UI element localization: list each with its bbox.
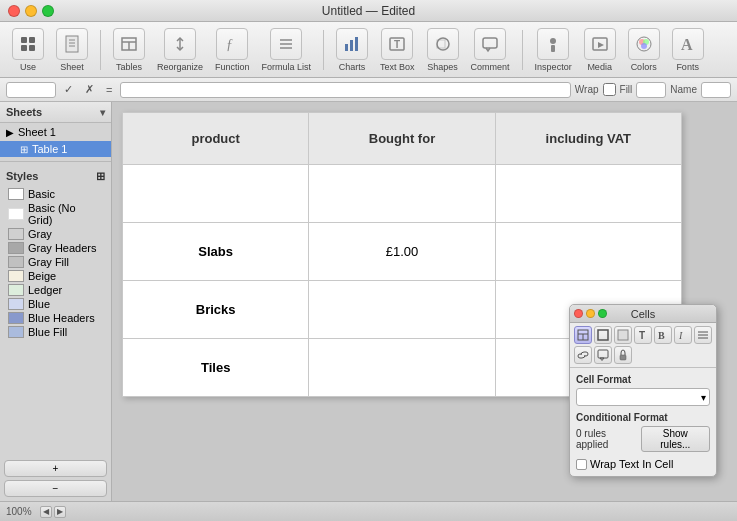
toolbar-function[interactable]: ƒ Function [215, 28, 250, 72]
cells-tool-bold[interactable]: B [654, 326, 672, 344]
style-blue[interactable]: Blue [6, 297, 105, 311]
sidebar-divider [0, 161, 111, 162]
style-basic-no-grid[interactable]: Basic (No Grid) [6, 201, 105, 227]
zoom-level: 100% [6, 506, 32, 517]
toolbar-reorganize[interactable]: Reorganize [157, 28, 203, 72]
cells-tool-border[interactable] [594, 326, 612, 344]
style-blue-headers-label: Blue Headers [28, 312, 95, 324]
sidebar-item-sheet1[interactable]: ▶ Sheet 1 [0, 123, 111, 141]
svg-point-31 [641, 43, 647, 49]
toolbar-charts[interactable]: Charts [336, 28, 368, 72]
formula-check-btn[interactable]: ✓ [60, 83, 77, 96]
toolbar-text-box[interactable]: T Text Box [380, 28, 415, 72]
svg-marker-27 [598, 42, 604, 48]
show-rules-button[interactable]: Show rules... [641, 426, 710, 452]
cell-row1-bought[interactable]: £1.00 [309, 223, 495, 281]
shapes-label: Shapes [427, 62, 458, 72]
svg-rect-46 [620, 355, 626, 360]
style-ledger[interactable]: Ledger [6, 283, 105, 297]
cells-panel-max-btn[interactable] [598, 309, 607, 318]
style-gray-fill-swatch [8, 256, 24, 268]
window-controls [8, 5, 54, 17]
cell-row3-product[interactable]: Tiles [123, 339, 309, 397]
cell-row1-vat[interactable] [495, 223, 681, 281]
style-basic-no-grid-label: Basic (No Grid) [28, 202, 103, 226]
wrap-checkbox[interactable] [603, 83, 616, 96]
cell-format-dropdown[interactable]: ▾ [576, 388, 710, 406]
cell-row0-bought[interactable] [309, 165, 495, 223]
toolbar-tables[interactable]: Tables [113, 28, 145, 72]
style-basic-label: Basic [28, 188, 55, 200]
cell-row2-bought[interactable] [309, 281, 495, 339]
styles-scroll[interactable]: ⊞ [96, 170, 105, 183]
svg-text:B: B [658, 330, 665, 341]
close-button[interactable] [8, 5, 20, 17]
style-gray-fill[interactable]: Gray Fill [6, 255, 105, 269]
cells-panel-close-btn[interactable] [574, 309, 583, 318]
wrap-text-checkbox[interactable] [576, 459, 587, 470]
style-blue-swatch [8, 298, 24, 310]
minimize-button[interactable] [25, 5, 37, 17]
nav-next-btn[interactable]: ▶ [54, 506, 66, 518]
cells-tool-align[interactable] [694, 326, 712, 344]
svg-text:T: T [394, 39, 400, 50]
cell-row0-product[interactable] [123, 165, 309, 223]
header-product[interactable]: product [123, 113, 309, 165]
cell-row0-vat[interactable] [495, 165, 681, 223]
formula-input[interactable] [120, 82, 570, 98]
header-vat[interactable]: including VAT [495, 113, 681, 165]
header-bought[interactable]: Bought for [309, 113, 495, 165]
table-header-row: product Bought for including VAT [123, 113, 682, 165]
name-input[interactable] [701, 82, 731, 98]
colors-icon [628, 28, 660, 60]
wrap-text-label: Wrap Text In Cell [590, 458, 673, 470]
cells-tool-link[interactable] [574, 346, 592, 364]
style-beige[interactable]: Beige [6, 269, 105, 283]
toolbar-media[interactable]: Media [584, 28, 616, 72]
charts-label: Charts [339, 62, 366, 72]
sheet-area[interactable]: product Bought for including VAT [112, 102, 737, 501]
style-gray[interactable]: Gray [6, 227, 105, 241]
style-gray-headers[interactable]: Gray Headers [6, 241, 105, 255]
use-label: Use [20, 62, 36, 72]
cells-tool-lock[interactable] [614, 346, 632, 364]
add-style-button[interactable]: + [4, 460, 107, 477]
toolbar-shapes[interactable]: Shapes [427, 28, 459, 72]
cell-row2-product[interactable]: Bricks [123, 281, 309, 339]
cells-tool-table[interactable] [574, 326, 592, 344]
conditional-rules-row: 0 rules applied Show rules... [576, 426, 710, 452]
svg-rect-37 [618, 330, 628, 340]
style-blue-fill[interactable]: Blue Fill [6, 325, 105, 339]
reorganize-icon [164, 28, 196, 60]
toolbar-sep-1 [100, 30, 101, 70]
remove-style-button[interactable]: − [4, 480, 107, 497]
cells-tool-comment[interactable] [594, 346, 612, 364]
fill-input[interactable] [636, 82, 666, 98]
toolbar-inspector[interactable]: Inspector [535, 28, 572, 72]
cells-panel-min-btn[interactable] [586, 309, 595, 318]
toolbar-fonts[interactable]: A Fonts [672, 28, 704, 72]
style-basic[interactable]: Basic [6, 187, 105, 201]
cell-row1-product[interactable]: Slabs [123, 223, 309, 281]
style-blue-label: Blue [28, 298, 50, 310]
toolbar-use[interactable]: Use [12, 28, 44, 72]
maximize-button[interactable] [42, 5, 54, 17]
sidebar-item-table1[interactable]: ⊞ Table 1 [0, 141, 111, 157]
formula-equals-btn[interactable]: = [102, 84, 116, 96]
sidebar-bottom: + − [0, 456, 111, 501]
nav-prev-btn[interactable]: ◀ [40, 506, 52, 518]
style-blue-headers[interactable]: Blue Headers [6, 311, 105, 325]
cells-tool-italic[interactable]: I [674, 326, 692, 344]
toolbar-sheet[interactable]: Sheet [56, 28, 88, 72]
style-gray-headers-label: Gray Headers [28, 242, 96, 254]
toolbar-sep-3 [522, 30, 523, 70]
formula-cancel-btn[interactable]: ✗ [81, 83, 98, 96]
cells-tool-bg[interactable] [614, 326, 632, 344]
toolbar-colors[interactable]: Colors [628, 28, 660, 72]
cells-tool-text[interactable]: T [634, 326, 652, 344]
toolbar-comment[interactable]: Comment [471, 28, 510, 72]
toolbar-formula-list[interactable]: Formula List [262, 28, 312, 72]
cell-row3-bought[interactable] [309, 339, 495, 397]
cell-reference[interactable] [6, 82, 56, 98]
sidebar-toggle[interactable]: ▾ [100, 107, 105, 118]
